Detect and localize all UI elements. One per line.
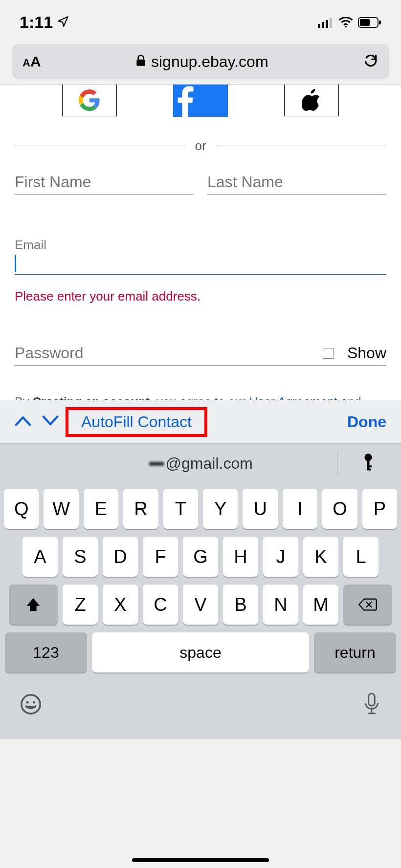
- svg-rect-12: [367, 469, 371, 471]
- keyboard-suggestion-bar: ▪▪▪▪ @gmail.com: [0, 444, 401, 483]
- svg-rect-7: [379, 21, 381, 24]
- svg-point-9: [364, 454, 372, 461]
- facebook-signin-button[interactable]: [173, 85, 228, 117]
- last-name-field[interactable]: Last Name: [207, 175, 386, 195]
- key-w[interactable]: W: [44, 489, 78, 529]
- apple-signin-button[interactable]: [284, 84, 339, 116]
- key-r[interactable]: R: [123, 489, 158, 529]
- key-j[interactable]: J: [263, 537, 298, 577]
- key-l[interactable]: L: [343, 537, 379, 577]
- key-n[interactable]: N: [263, 585, 298, 625]
- password-field[interactable]: Password: [15, 344, 323, 362]
- lock-icon: [135, 53, 146, 71]
- key-c[interactable]: C: [143, 585, 178, 625]
- key-f[interactable]: F: [143, 537, 178, 577]
- svg-rect-16: [369, 694, 375, 706]
- terms-text: By Creating an account, you agree to our…: [15, 393, 386, 400]
- shift-key[interactable]: [9, 585, 58, 625]
- location-icon: [57, 13, 69, 32]
- key-s[interactable]: S: [63, 537, 98, 577]
- key-p[interactable]: P: [362, 489, 397, 529]
- email-suggestion[interactable]: ▪▪▪▪ @gmail.com: [148, 455, 253, 473]
- wifi-icon: [338, 13, 353, 32]
- key-i[interactable]: I: [283, 489, 317, 529]
- svg-point-13: [22, 695, 40, 714]
- keyboard: QWERTYUIOP ASDFGHJKL ZXCVBNM 123 space r…: [0, 483, 401, 681]
- svg-rect-11: [367, 465, 372, 467]
- cellular-icon: [318, 13, 334, 32]
- key-o[interactable]: O: [322, 489, 357, 529]
- key-k[interactable]: K: [303, 537, 338, 577]
- backspace-key[interactable]: [343, 585, 392, 625]
- or-text: or: [195, 138, 206, 153]
- svg-rect-8: [136, 59, 145, 65]
- key-m[interactable]: M: [303, 585, 338, 625]
- svg-rect-1: [322, 22, 324, 28]
- reload-icon[interactable]: [363, 53, 379, 70]
- status-bar: 1:11: [0, 0, 401, 44]
- svg-point-15: [33, 701, 35, 704]
- autofill-highlight: AutoFill Contact: [66, 407, 207, 437]
- key-q[interactable]: Q: [4, 489, 39, 529]
- key-g[interactable]: G: [183, 537, 218, 577]
- key-v[interactable]: V: [183, 585, 218, 625]
- passwords-icon[interactable]: [361, 453, 376, 474]
- key-y[interactable]: Y: [203, 489, 238, 529]
- key-h[interactable]: H: [223, 537, 258, 577]
- key-e[interactable]: E: [84, 489, 118, 529]
- emoji-icon[interactable]: [20, 693, 42, 717]
- key-b[interactable]: B: [223, 585, 258, 625]
- autofill-contact-button[interactable]: AutoFill Contact: [74, 410, 199, 434]
- space-key[interactable]: space: [92, 632, 309, 673]
- key-z[interactable]: Z: [63, 585, 98, 625]
- svg-rect-6: [360, 19, 370, 26]
- svg-rect-2: [326, 20, 328, 28]
- battery-icon: [358, 13, 381, 32]
- key-t[interactable]: T: [163, 489, 198, 529]
- email-label: Email: [15, 238, 386, 253]
- return-key[interactable]: return: [314, 632, 396, 673]
- key-a[interactable]: A: [22, 537, 58, 577]
- prev-field-icon[interactable]: [15, 415, 31, 429]
- show-password-checkbox[interactable]: [323, 348, 334, 359]
- first-name-field[interactable]: First Name: [15, 175, 194, 195]
- last-name-placeholder: Last Name: [207, 173, 283, 191]
- page-content: or First Name Last Name Email Please ent…: [0, 84, 401, 400]
- home-indicator[interactable]: [132, 858, 269, 862]
- google-signin-button[interactable]: [62, 84, 117, 116]
- key-d[interactable]: D: [103, 537, 138, 577]
- svg-rect-10: [367, 460, 369, 469]
- svg-point-4: [345, 25, 347, 27]
- browser-address-bar[interactable]: AA signup.ebay.com: [12, 44, 389, 79]
- or-divider: or: [15, 138, 386, 153]
- text-size-button[interactable]: AA: [22, 53, 41, 70]
- status-time: 1:11: [20, 13, 53, 32]
- email-field[interactable]: [15, 253, 386, 275]
- first-name-placeholder: First Name: [15, 173, 91, 191]
- keyboard-done-button[interactable]: Done: [347, 413, 386, 431]
- keyboard-toolbar: AutoFill Contact Done: [0, 400, 401, 444]
- keyboard-footer: [0, 681, 401, 739]
- show-password-label[interactable]: Show: [347, 344, 386, 362]
- dictation-icon[interactable]: [362, 692, 381, 718]
- numbers-key[interactable]: 123: [5, 632, 87, 673]
- user-agreement-link[interactable]: User Agreement: [249, 395, 337, 400]
- email-error-text: Please enter your email address.: [15, 289, 386, 304]
- url-text: signup.ebay.com: [151, 53, 268, 71]
- svg-point-14: [26, 701, 29, 704]
- next-field-icon[interactable]: [42, 415, 59, 429]
- key-u[interactable]: U: [243, 489, 277, 529]
- key-x[interactable]: X: [103, 585, 138, 625]
- svg-rect-0: [318, 24, 320, 28]
- email-suggestion-suffix: @gmail.com: [166, 455, 253, 473]
- svg-rect-3: [330, 18, 332, 28]
